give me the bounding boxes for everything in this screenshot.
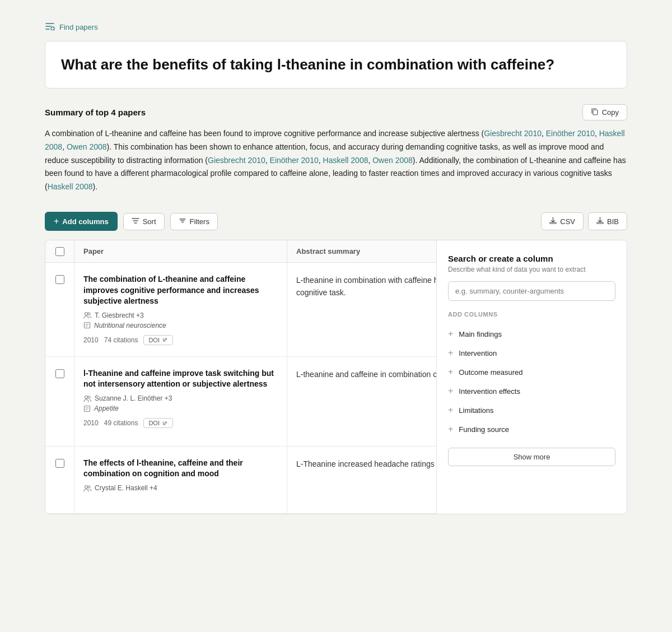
paper-authors-2: Suzanne J. L. Einöther +3 — [83, 394, 278, 402]
column-option-intervention[interactable]: + Intervention — [448, 343, 615, 363]
paper-meta-2: 2010 49 citations DOI — [83, 418, 278, 428]
link-icon — [162, 337, 168, 343]
journal-text-2: Appetite — [94, 405, 119, 412]
svg-point-9 — [88, 486, 90, 488]
ref-einother-2010-1[interactable]: Einöther 2010 — [546, 129, 595, 138]
svg-point-5 — [85, 396, 88, 398]
header-checkbox-cell — [45, 240, 74, 262]
svg-rect-1 — [593, 110, 598, 115]
year-1: 2010 — [83, 336, 99, 344]
find-papers-label: Find papers — [59, 23, 98, 31]
column-option-main-findings[interactable]: + Main findings — [448, 324, 615, 343]
ref-owen-2008-1[interactable]: Owen 2008 — [67, 142, 107, 151]
ref-haskell-2008-3[interactable]: Haskell 2008 — [48, 182, 93, 191]
filters-button[interactable]: Filters — [170, 213, 218, 230]
journal-text-1: Nutritional neuroscience — [94, 322, 166, 329]
query-text: What are the benefits of taking l-theani… — [61, 55, 611, 75]
column-option-label-4: Intervention effects — [459, 387, 520, 396]
ref-haskell-2008-2[interactable]: Haskell 2008 — [323, 156, 368, 165]
paper-title-1: The combination of L-theanine and caffei… — [83, 274, 278, 307]
plus-icon-6: + — [448, 424, 453, 434]
column-option-label-6: Funding source — [459, 425, 509, 434]
th-paper: Paper — [74, 240, 287, 262]
add-columns-label: Add columns — [62, 217, 108, 226]
row-checkbox-cell-3 — [45, 447, 74, 513]
authors-icon-3 — [83, 485, 91, 492]
svg-point-8 — [85, 485, 88, 488]
add-columns-button[interactable]: + Add columns — [45, 212, 118, 231]
authors-icon — [83, 312, 91, 319]
row-checkbox-cell-2 — [45, 357, 74, 446]
year-2: 2010 — [83, 419, 99, 427]
authors-text-1: T. Giesbrecht +3 — [95, 312, 144, 319]
doi-badge-2[interactable]: DOI — [143, 418, 173, 428]
paper-title-2: l-Theanine and caffeine improve task swi… — [83, 368, 278, 390]
column-option-outcome-measured[interactable]: + Outcome measured — [448, 363, 615, 382]
plus-icon-3: + — [448, 367, 453, 377]
toolbar-right: CSV BIB — [541, 212, 627, 230]
find-papers-header[interactable]: Find papers — [45, 22, 627, 32]
ref-einother-2010-2[interactable]: Einöther 2010 — [270, 156, 319, 165]
row-checkbox-2[interactable] — [55, 369, 64, 378]
paper-journal-1: Nutritional neuroscience — [83, 322, 278, 329]
side-panel-title: Search or create a column — [448, 254, 615, 263]
paper-authors-1: T. Giesbrecht +3 — [83, 312, 278, 319]
query-box: What are the benefits of taking l-theani… — [45, 41, 627, 89]
csv-button[interactable]: CSV — [541, 212, 584, 230]
journal-icon-2 — [83, 405, 91, 412]
bib-label: BIB — [607, 217, 619, 226]
paper-cell-2: l-Theanine and caffeine improve task swi… — [74, 357, 287, 446]
column-option-label-1: Main findings — [459, 330, 502, 338]
column-search-input[interactable] — [448, 281, 615, 301]
paper-title-3: The effects of l-theanine, caffeine and … — [83, 458, 278, 480]
summary-text: A combination of L-theanine and caffeine… — [45, 127, 627, 194]
authors-icon-2 — [83, 395, 91, 402]
citations-2: 49 citations — [104, 419, 138, 427]
copy-button[interactable]: Copy — [582, 104, 627, 120]
svg-point-2 — [85, 313, 88, 315]
doi-badge-1[interactable]: DOI — [143, 335, 173, 345]
ref-owen-2008-2[interactable]: Owen 2008 — [372, 156, 413, 165]
column-option-label-2: Intervention — [459, 349, 497, 357]
summary-section: Summary of top 4 papers Copy A combinati… — [45, 104, 627, 194]
ref-giesbrecht-2010-2[interactable]: Giesbrecht 2010 — [208, 156, 265, 165]
column-option-limitations[interactable]: + Limitations — [448, 401, 615, 420]
ref-giesbrecht-2010-1[interactable]: Giesbrecht 2010 — [484, 129, 542, 138]
journal-icon — [83, 322, 91, 329]
bib-download-icon — [596, 217, 604, 226]
bib-button[interactable]: BIB — [588, 212, 627, 230]
copy-icon — [591, 108, 599, 117]
summary-header: Summary of top 4 papers Copy — [45, 104, 627, 120]
paper-authors-3: Crystal E. Haskell +4 — [83, 484, 278, 492]
column-option-funding-source[interactable]: + Funding source — [448, 420, 615, 439]
svg-rect-4 — [85, 323, 90, 328]
summary-title: Summary of top 4 papers — [45, 108, 146, 117]
svg-point-3 — [88, 313, 90, 315]
paper-cell-3: The effects of l-theanine, caffeine and … — [74, 447, 287, 513]
copy-label: Copy — [602, 108, 619, 117]
filters-icon — [179, 217, 186, 226]
select-all-checkbox[interactable] — [55, 247, 64, 256]
link-icon-2 — [162, 420, 168, 426]
svg-point-6 — [88, 396, 90, 398]
side-panel: Search or create a column Describe what … — [436, 240, 627, 514]
sort-button[interactable]: Sort — [123, 213, 165, 230]
papers-table: Paper Abstract summary The combination o… — [45, 240, 627, 514]
svg-rect-7 — [85, 406, 90, 411]
column-options-list: + Main findings + Intervention + Outcome… — [448, 324, 615, 439]
toolbar: + Add columns Sort Filters — [45, 212, 627, 231]
authors-text-3: Crystal E. Haskell +4 — [95, 484, 157, 492]
side-panel-description: Describe what kind of data you want to e… — [448, 266, 615, 273]
find-papers-icon — [45, 22, 55, 32]
paper-journal-2: Appetite — [83, 405, 278, 412]
row-checkbox-1[interactable] — [55, 275, 64, 284]
row-checkbox-3[interactable] — [55, 459, 64, 468]
plus-icon-4: + — [448, 386, 453, 396]
column-option-label-5: Limitations — [459, 406, 493, 415]
plus-icon-5: + — [448, 405, 453, 415]
column-option-label-3: Outcome measured — [459, 368, 522, 377]
sort-icon — [132, 217, 139, 226]
column-option-intervention-effects[interactable]: + Intervention effects — [448, 382, 615, 401]
show-more-button[interactable]: Show more — [448, 448, 615, 466]
paper-meta-1: 2010 74 citations DOI — [83, 335, 278, 345]
